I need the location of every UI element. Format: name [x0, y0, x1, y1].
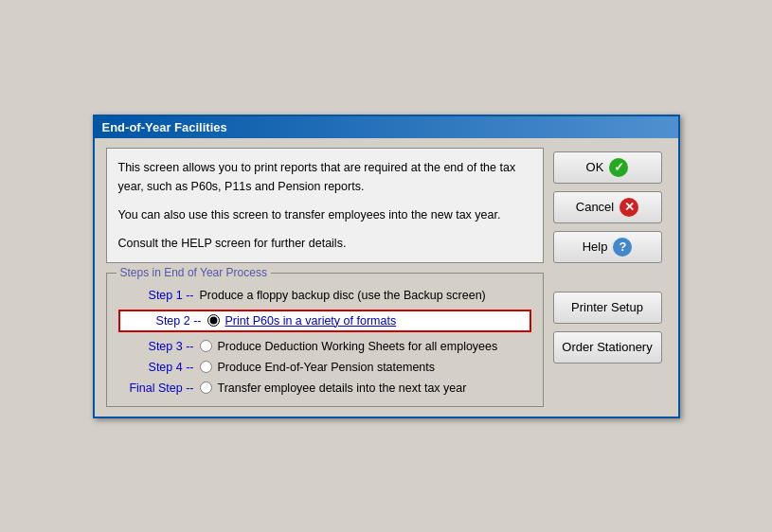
- step-2-radio[interactable]: [207, 314, 220, 327]
- ok-label: OK: [586, 160, 604, 174]
- help-icon: [613, 238, 632, 257]
- step-3-label: Step 3 --: [118, 340, 194, 353]
- btn-spacer: [553, 271, 667, 284]
- info-line-1: This screen allows you to print reports …: [118, 158, 531, 196]
- step-2-label: Step 2 --: [126, 314, 202, 328]
- step-4-radio[interactable]: [200, 361, 212, 373]
- ok-icon: [609, 158, 628, 177]
- steps-group: Steps in End of Year Process Step 1 -- P…: [106, 273, 544, 407]
- help-label: Help: [583, 239, 608, 254]
- order-stationery-button[interactable]: Order Stationery: [553, 331, 662, 364]
- step-4-row: Step 4 -- Produce End-of-Year Pension st…: [118, 361, 531, 374]
- step-2-text: Print P60s in a variety of formats: [225, 314, 397, 328]
- step-2-row: Step 2 -- Print P60s in a variety of for…: [126, 314, 524, 328]
- info-line-3: Consult the HELP screen for further deta…: [118, 234, 531, 253]
- dialog-left: This screen allows you to print reports …: [106, 148, 544, 407]
- help-button[interactable]: Help: [553, 231, 662, 263]
- step-4-label: Step 4 --: [118, 361, 194, 374]
- final-step-row: Final Step -- Transfer employee details …: [118, 381, 531, 395]
- step-1-label: Step 1 --: [118, 289, 194, 302]
- final-step-text: Transfer employee details into the next …: [218, 381, 467, 395]
- step-2-row-selected: Step 2 -- Print P60s in a variety of for…: [118, 310, 531, 332]
- dialog-right: OK Cancel Help Printer Setup Order Stati…: [553, 148, 667, 407]
- dialog-window: End-of-Year Facilities This screen allow…: [93, 115, 680, 418]
- final-step-label: Final Step --: [118, 381, 194, 395]
- step-4-text: Produce End-of-Year Pension statements: [218, 361, 436, 374]
- info-box: This screen allows you to print reports …: [106, 148, 544, 263]
- printer-setup-button[interactable]: Printer Setup: [553, 292, 662, 324]
- order-stationery-label: Order Stationery: [562, 340, 652, 354]
- step-3-radio[interactable]: [200, 340, 212, 352]
- cancel-icon: [619, 198, 638, 217]
- cancel-button[interactable]: Cancel: [553, 191, 662, 223]
- dialog-body: This screen allows you to print reports …: [95, 138, 678, 417]
- step-3-row: Step 3 -- Produce Deduction Working Shee…: [118, 340, 531, 353]
- step-1-text: Produce a floppy backup disc (use the Ba…: [200, 289, 486, 302]
- cancel-label: Cancel: [576, 200, 614, 214]
- info-line-2: You can also use this screen to transfer…: [118, 205, 531, 224]
- printer-setup-label: Printer Setup: [571, 300, 643, 314]
- step-1-row: Step 1 -- Produce a floppy backup disc (…: [118, 289, 531, 302]
- step-3-text: Produce Deduction Working Sheets for all…: [218, 340, 498, 353]
- dialog-title: End-of-Year Facilities: [102, 120, 227, 134]
- final-step-radio[interactable]: [200, 381, 212, 394]
- steps-legend: Steps in End of Year Process: [117, 266, 271, 279]
- ok-button[interactable]: OK: [553, 151, 662, 184]
- dialog-titlebar: End-of-Year Facilities: [95, 116, 678, 138]
